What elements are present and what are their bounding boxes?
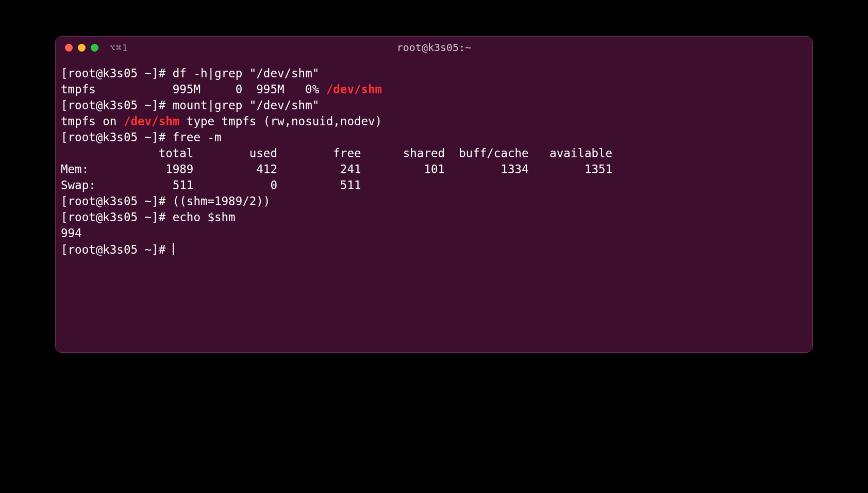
prompt: [root@k3s05 ~]# xyxy=(61,130,173,144)
output-text: type tmpfs (rw,nosuid,nodev) xyxy=(179,114,382,128)
prompt: [root@k3s05 ~]# xyxy=(61,210,173,224)
cursor xyxy=(173,243,174,255)
terminal-body[interactable]: [root@k3s05 ~]# df -h|grep "/dev/shm" tm… xyxy=(56,58,812,265)
command-text: mount|grep "/dev/shm" xyxy=(173,98,319,112)
terminal-window: ⌥⌘1 root@k3s05:~ [root@k3s05 ~]# df -h|g… xyxy=(55,36,813,353)
output-text: tmpfs on xyxy=(61,114,124,128)
highlight-match: /dev/shm xyxy=(124,114,179,128)
prompt: [root@k3s05 ~]# xyxy=(61,194,173,208)
traffic-lights xyxy=(65,44,98,52)
output-text: 994 xyxy=(61,226,82,240)
window-title: root@k3s05:~ xyxy=(397,41,472,54)
command-text: echo $shm xyxy=(173,210,236,224)
command-text: ((shm=1989/2)) xyxy=(173,194,271,208)
command-text: df -h|grep "/dev/shm" xyxy=(173,67,319,80)
tab-label: ⌥⌘1 xyxy=(110,42,128,53)
output-row-swap: Swap: 511 0 511 xyxy=(61,178,361,192)
command-text: free -m xyxy=(173,130,222,144)
maximize-icon[interactable] xyxy=(91,44,98,52)
prompt: [root@k3s05 ~]# xyxy=(61,67,173,80)
minimize-icon[interactable] xyxy=(78,44,86,52)
prompt: [root@k3s05 ~]# xyxy=(61,98,173,112)
output-text: tmpfs 995M 0 995M 0% xyxy=(61,83,326,96)
prompt: [root@k3s05 ~]# xyxy=(61,243,173,256)
highlight-match: /dev/shm xyxy=(326,83,382,96)
output-header: total used free shared buff/cache availa… xyxy=(61,146,612,160)
title-bar[interactable]: ⌥⌘1 root@k3s05:~ xyxy=(56,37,812,58)
close-icon[interactable] xyxy=(65,44,73,52)
output-row-mem: Mem: 1989 412 241 101 1334 1351 xyxy=(61,162,612,176)
